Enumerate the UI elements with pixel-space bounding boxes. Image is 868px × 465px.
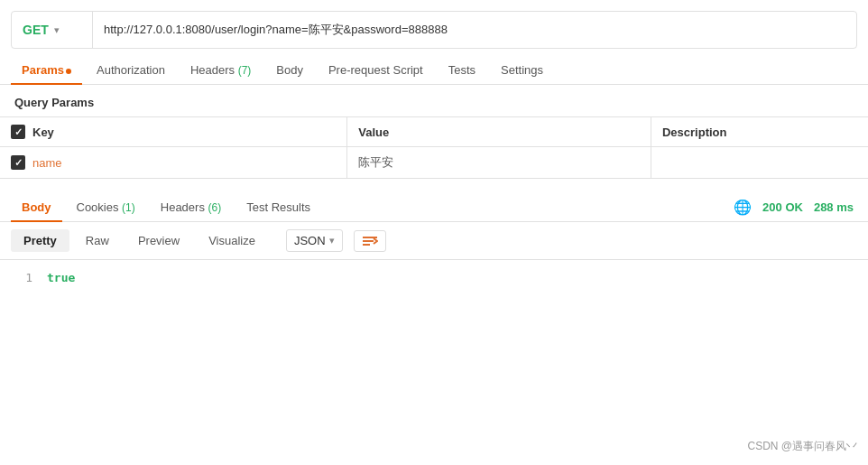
globe-icon: 🌐 (734, 199, 752, 216)
chevron-down-icon: ▾ (54, 24, 60, 36)
tab-params[interactable]: Params (11, 56, 82, 84)
status-ok: 200 OK (762, 200, 803, 214)
response-body-tabs: Pretty Raw Preview Visualize JSON ▾ (0, 222, 868, 260)
table-row: name 陈平安 (0, 147, 868, 179)
tab-tests[interactable]: Tests (438, 56, 486, 84)
tab-authorization[interactable]: Authorization (86, 56, 176, 84)
status-time: 288 ms (814, 200, 854, 214)
col-header-value: Value (347, 117, 651, 147)
value-cell: 陈平安 (347, 147, 651, 179)
query-params-title: Query Params (0, 85, 868, 116)
col-header-description: Description (651, 117, 868, 147)
format-selector[interactable]: JSON ▾ (286, 229, 343, 252)
tab-response-cookies[interactable]: Cookies (1) (66, 193, 146, 221)
request-tabs: Params Authorization Headers (7) Body Pr… (0, 56, 868, 85)
params-dot (66, 69, 71, 74)
response-status: 🌐 200 OK 288 ms (734, 199, 857, 216)
tab-response-test-results[interactable]: Test Results (235, 193, 321, 221)
body-tab-pretty[interactable]: Pretty (11, 229, 69, 252)
response-tabs: Body Cookies (1) Headers (6) Test Result… (0, 193, 868, 222)
method-selector[interactable]: GET ▾ (12, 12, 93, 48)
url-bar: GET ▾ (11, 11, 857, 49)
format-chevron-icon: ▾ (329, 235, 335, 246)
body-tab-raw[interactable]: Raw (73, 229, 122, 252)
col-header-key: Key (0, 117, 347, 147)
body-tab-preview[interactable]: Preview (125, 229, 192, 252)
table-header-row: Key Value Description (0, 117, 868, 147)
key-value: name (32, 156, 62, 170)
description-cell (651, 147, 868, 179)
row-checkbox[interactable] (11, 155, 25, 170)
tab-settings[interactable]: Settings (490, 56, 554, 84)
header-checkbox[interactable] (11, 125, 25, 139)
method-label: GET (23, 23, 49, 37)
tab-body[interactable]: Body (265, 56, 314, 84)
wrap-icon (362, 235, 378, 247)
tab-headers[interactable]: Headers (7) (180, 56, 262, 84)
tab-response-body[interactable]: Body (11, 193, 62, 221)
key-cell: name (0, 147, 347, 179)
body-tab-visualize[interactable]: Visualize (196, 229, 268, 252)
value-text: 陈平安 (358, 155, 393, 169)
url-input[interactable] (93, 23, 856, 37)
params-table: Key Value Description name 陈平安 (0, 116, 868, 179)
code-area: 1 true (0, 260, 868, 295)
tab-response-headers[interactable]: Headers (6) (150, 193, 232, 221)
format-label: JSON (294, 234, 326, 247)
wrap-button[interactable] (354, 230, 386, 252)
line-number-1: 1 (14, 271, 32, 284)
tab-pre-request-script[interactable]: Pre-request Script (318, 56, 434, 84)
code-line-1: true (47, 271, 75, 284)
